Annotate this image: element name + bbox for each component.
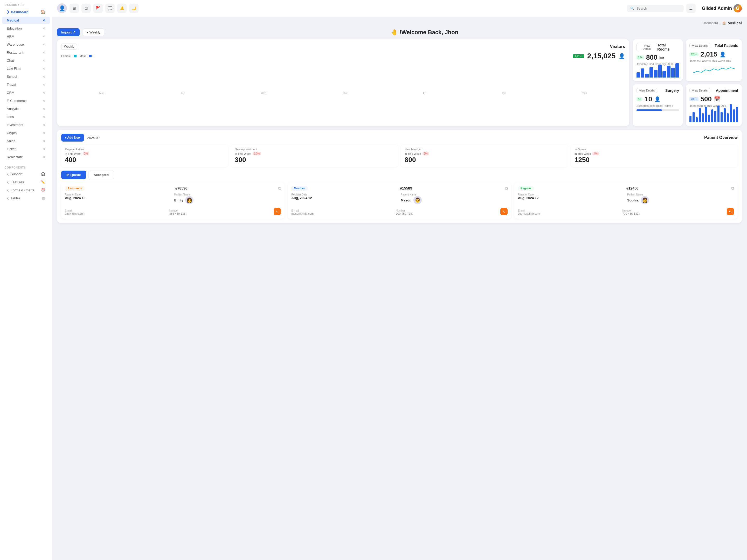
pc-email-wrap-mason: E-mail mason@info.com [291, 209, 393, 215]
pc-name-row-mason: Mason 👨 [401, 196, 508, 204]
sidebar-item-crm[interactable]: CRM [2, 89, 50, 97]
pc-register-val-emily: Aug, 2024 13 [65, 196, 172, 200]
pc-email-label-sophia: E-mail [518, 209, 620, 212]
overview-title: Patient Overview [704, 135, 738, 140]
rooms-bar-7 [667, 66, 670, 78]
total-rooms-bars [637, 67, 679, 78]
bell-icon-button[interactable]: 🔔 [117, 4, 127, 13]
pc-email-wrap-sophia: E-mail sophia@info.com [518, 209, 620, 215]
appt-bar-6 [708, 114, 710, 123]
crop-icon-button[interactable]: ⊡ [81, 4, 91, 13]
sidebar-item-analytics[interactable]: Analytics [2, 105, 50, 112]
pc-number-label-mason: Number [396, 209, 498, 212]
total-rooms-view-btn[interactable]: View Details [637, 43, 657, 51]
sidebar-item-hrm-dot [43, 35, 45, 37]
bar-day-label-Sun: Sun [582, 92, 587, 95]
surgery-header: View Details Surgery [637, 88, 679, 93]
visitors-count-badge: 1,415+ [573, 54, 584, 58]
sidebar-item-ticket[interactable]: Ticket [2, 145, 50, 153]
sidebar-item-features[interactable]: ❮ Features ✏️ [2, 178, 50, 186]
sidebar-item-tables[interactable]: ❮ Tables ▦ [2, 194, 50, 202]
surgery-title: Surgery [665, 88, 679, 92]
sidebar-item-dashboard-parent[interactable]: ❯ Dashboard 🏠 [2, 8, 50, 16]
sidebar-item-realestate[interactable]: Realestate [2, 153, 50, 161]
tab-in-queue[interactable]: In Queue [61, 170, 86, 179]
bar-day-label-Sat: Sat [503, 92, 506, 95]
rooms-bar-2 [645, 74, 649, 78]
pstat-appointment-count: 300 [235, 156, 394, 164]
pstat-queue-badge: 4% [592, 152, 599, 155]
surgery-view-btn[interactable]: View Details [637, 88, 657, 93]
sidebar-item-education[interactable]: Education [2, 25, 50, 32]
pc-name-val-mason: Mason [401, 198, 411, 202]
top-bar: Dashboard - 🏠 Medical [57, 21, 742, 25]
sidebar-item-warehouse[interactable]: Warehouse [2, 41, 50, 48]
appointment-view-btn[interactable]: View Details [689, 88, 710, 93]
sidebar-item-chat-dot [43, 60, 45, 61]
total-rooms-header: View Details Total Rooms [637, 43, 679, 51]
sidebar-item-school[interactable]: School [2, 73, 50, 80]
pc-copy-sophia[interactable]: ⧉ [731, 186, 734, 191]
grid-icon-button[interactable]: ⊞ [70, 4, 79, 13]
sidebar-dashboard-chevron: ❯ [7, 10, 9, 14]
notification-btn-sophia[interactable]: ↖ [727, 208, 734, 215]
breadcrumb-separator: - [720, 21, 721, 25]
sidebar-item-jobs[interactable]: Jobs [2, 113, 50, 121]
pstat-appointment-week: in This Week 1.3% [235, 152, 394, 155]
search-box: 🔍 [627, 5, 684, 12]
pstat-member-week-label: in This Week [405, 152, 421, 155]
bar-day-label-Wed: Wed [261, 92, 266, 95]
sidebar-item-medical-dot [43, 20, 45, 21]
sidebar-dashboard-section-label: DASHBOARD [0, 0, 52, 7]
queue-tabs: In Queue Accepted [61, 170, 738, 179]
sidebar-item-crm-dot [43, 92, 45, 94]
sidebar-item-hrm[interactable]: HRM [2, 33, 50, 40]
sidebar-item-investment[interactable]: Investment [2, 121, 50, 129]
visitors-bar-chart [61, 62, 625, 91]
pc-copy-mason[interactable]: ⧉ [505, 186, 508, 191]
main-area: 👤 ⊞ ⊡ 🚩 💬 🔔 🌙 🔍 ☰ Gilded Admin G [52, 0, 747, 560]
moon-icon-button[interactable]: 🌙 [129, 4, 138, 13]
pstat-regular-week-label: in This Week [65, 152, 81, 155]
sidebar-item-traval[interactable]: Traval [2, 81, 50, 88]
breadcrumb-home-icon: 🏠 [722, 21, 726, 25]
search-input[interactable] [637, 6, 680, 10]
tab-accepted[interactable]: Accepted [88, 170, 114, 179]
chat-icon-button[interactable]: 💬 [105, 4, 114, 13]
weekly-button[interactable]: ▾ Weekly [83, 28, 104, 36]
pc-badge-sophia: Regular [518, 186, 534, 191]
appointment-count: 500 [701, 95, 712, 103]
pc-avatar-mason: 👨 [413, 196, 422, 204]
sidebar-components-section-label: COMPONENTS [0, 163, 52, 170]
brand-name: Gilded Admin [702, 6, 732, 11]
sidebar-item-traval-dot [43, 84, 45, 85]
total-patients-view-btn[interactable]: View Details [689, 43, 710, 48]
appt-bar-13 [730, 104, 732, 123]
menu-icon-button[interactable]: ☰ [686, 4, 696, 13]
sidebar-item-forms-charts[interactable]: ❮ Forms & Charts ⏰ [2, 186, 50, 194]
sidebar-item-restaurant[interactable]: Restaurant [2, 49, 50, 56]
import-button[interactable]: Import ↗ [57, 28, 80, 36]
notification-btn-emily[interactable]: ↖ [274, 208, 281, 215]
sidebar-item-realestate-dot [43, 156, 45, 158]
patients-sparkline [689, 64, 738, 76]
add-new-button[interactable]: ▾ Add New [61, 134, 84, 141]
pstat-appointment-label: New Appointment [235, 148, 394, 151]
avatar[interactable]: 👤 [57, 3, 67, 13]
sidebar-item-analytics-label: Analytics [7, 107, 20, 111]
sidebar-item-crypto[interactable]: Crypto [2, 129, 50, 137]
sidebar-item-lawfirm[interactable]: Law Firm [2, 65, 50, 72]
sidebar-item-warehouse-label: Warehouse [7, 43, 24, 46]
visitors-big-number: 2,15,025 [587, 52, 616, 60]
flag-icon-button[interactable]: 🚩 [93, 4, 103, 13]
notification-btn-mason[interactable]: ↖ [500, 208, 508, 215]
bar-day-label-Tue: Tue [181, 92, 185, 95]
stats-grid: View Details Total Rooms 15+ 800 🛏 Avail… [633, 39, 742, 126]
sidebar-item-sales[interactable]: Sales [2, 137, 50, 145]
sidebar-item-ecommerce[interactable]: E-Commerce [2, 97, 50, 105]
sidebar-item-medical[interactable]: Medical [2, 17, 50, 24]
sidebar-item-chat[interactable]: Chat [2, 57, 50, 64]
pc-header-mason: Member #15589 ⧉ [291, 186, 507, 191]
pc-copy-emily[interactable]: ⧉ [278, 186, 281, 191]
sidebar-item-support[interactable]: ❮ Support 🎧 [2, 170, 50, 178]
